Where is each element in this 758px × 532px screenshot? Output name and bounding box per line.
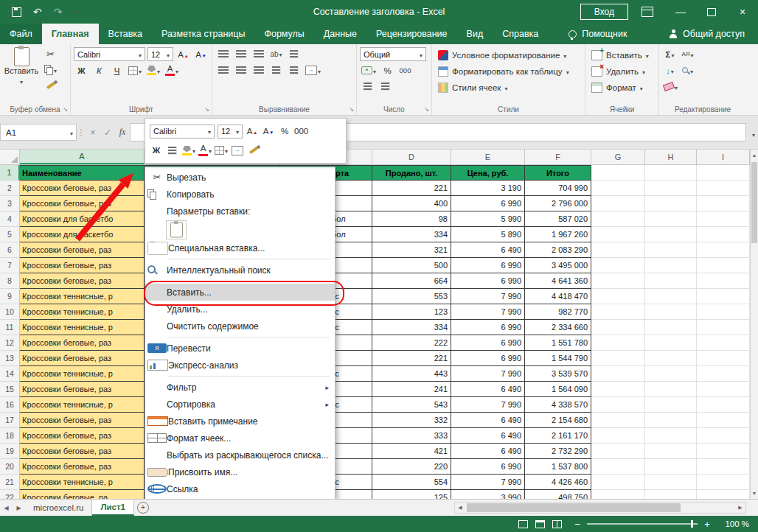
cell-I12[interactable] [697, 335, 750, 351]
cell-D10[interactable]: 123 [372, 304, 451, 320]
share-button[interactable]: Общий доступ [669, 24, 758, 44]
context-menu-item-insert[interactable]: Вставить... [145, 284, 335, 301]
column-header-F[interactable]: F [525, 150, 591, 164]
context-menu-item-sort[interactable]: Сортировка [145, 396, 335, 413]
assistant-button[interactable]: Помощник [568, 24, 627, 44]
context-menu-item-quick-analysis[interactable]: Экспресс-анализ [145, 357, 335, 374]
find-select-button[interactable] [680, 63, 695, 77]
align-bottom-button[interactable] [251, 47, 266, 61]
cell-D22[interactable]: 125 [372, 490, 451, 499]
cell-H12[interactable] [645, 335, 697, 351]
cell-H17[interactable] [645, 413, 697, 428]
clipboard-dialog-launcher-icon[interactable] [63, 106, 68, 113]
paste-button[interactable]: Вставить [3, 47, 40, 92]
row-header-13[interactable]: 13 [0, 351, 20, 366]
cell-A5[interactable]: Кроссовки для баскетбо [20, 227, 145, 242]
cell-A14[interactable]: Кроссовки теннисные, р [20, 366, 145, 382]
cell-H5[interactable] [645, 227, 697, 242]
font-color-button[interactable]: А [164, 63, 180, 77]
wrap-text-button[interactable] [286, 47, 302, 61]
cell-G22[interactable] [591, 490, 645, 499]
cell-D9[interactable]: 553 [372, 289, 451, 304]
cell-H3[interactable] [645, 196, 697, 211]
cell-H8[interactable] [645, 273, 697, 289]
cell-G1[interactable] [591, 165, 645, 181]
scroll-left-icon[interactable]: ◀ [455, 505, 465, 511]
cell-I8[interactable] [697, 273, 750, 289]
minimize-button[interactable]: — [665, 0, 696, 24]
row-header-22[interactable]: 22 [0, 490, 20, 499]
cell-F4[interactable]: 587 020 [525, 211, 591, 227]
mini-shrink-font-button[interactable]: А [262, 124, 275, 139]
cell-F15[interactable]: 1 564 090 [525, 382, 591, 397]
row-header-14[interactable]: 14 [0, 366, 20, 382]
cell-E4[interactable]: 5 990 [451, 211, 525, 227]
cell-E7[interactable]: 6 990 [451, 258, 525, 273]
cell-I3[interactable] [697, 196, 750, 211]
format-painter-button[interactable] [43, 78, 58, 92]
column-header-H[interactable]: H [645, 150, 697, 164]
cell-E3[interactable]: 6 990 [451, 196, 525, 211]
page-layout-view-icon[interactable] [535, 520, 545, 528]
cell-G3[interactable] [591, 196, 645, 211]
context-menu-item-format-cells[interactable]: Формат ячеек... [145, 430, 335, 447]
cell-A21[interactable]: Кроссовки теннисные, р [20, 475, 145, 490]
undo-icon[interactable]: ↶ [33, 7, 42, 17]
cell-A18[interactable]: Кроссовки беговые, раз [20, 428, 145, 444]
cell-E17[interactable]: 6 490 [451, 413, 525, 428]
mini-font-name-combo[interactable]: Calibri [150, 125, 215, 139]
row-header-11[interactable]: 11 [0, 320, 20, 335]
context-menu-item-delete[interactable]: Удалить... [145, 301, 335, 318]
cell-I11[interactable] [697, 320, 750, 335]
context-menu-item-pick-from-list[interactable]: Выбрать из раскрывающегося списка... [145, 447, 335, 463]
cell-I21[interactable] [697, 475, 750, 490]
enter-icon[interactable]: ✓ [100, 127, 115, 138]
cell-D19[interactable]: 421 [372, 444, 451, 459]
cell-E1[interactable]: Цена, руб. [451, 165, 525, 181]
percent-style-button[interactable]: % [380, 63, 395, 77]
accounting-format-button[interactable] [360, 63, 378, 77]
cell-styles-button[interactable]: Стили ячеек [435, 80, 582, 96]
vertical-scrollbar[interactable] [750, 150, 758, 499]
cell-A10[interactable]: Кроссовки теннисные, р [20, 304, 145, 320]
clear-button[interactable] [662, 80, 679, 94]
fill-color-button[interactable] [145, 63, 161, 77]
sheet-tab-list1[interactable]: Лист1 [92, 500, 134, 516]
cell-A11[interactable]: Кроссовки теннисные, р [20, 320, 145, 335]
cell-I22[interactable] [697, 490, 750, 499]
cell-E14[interactable]: 7 990 [451, 366, 525, 382]
scroll-up-icon[interactable] [751, 150, 758, 161]
maximize-button[interactable] [696, 0, 727, 24]
zoom-slider[interactable] [587, 523, 698, 525]
comma-style-button[interactable]: 000 [397, 63, 413, 77]
cell-D3[interactable]: 400 [372, 196, 451, 211]
sort-filter-button[interactable]: АЯ [680, 47, 695, 61]
tab-6[interactable]: Рецензирование [366, 24, 457, 44]
cell-G6[interactable] [591, 242, 645, 258]
row-header-7[interactable]: 7 [0, 258, 20, 273]
cell-F12[interactable]: 1 551 780 [525, 335, 591, 351]
cell-I18[interactable] [697, 428, 750, 444]
cell-I5[interactable] [697, 227, 750, 242]
copy-button[interactable] [43, 63, 58, 77]
number-dialog-launcher-icon[interactable] [424, 106, 429, 113]
cell-H4[interactable] [645, 211, 697, 227]
row-header-16[interactable]: 16 [0, 397, 20, 413]
align-left-button[interactable] [215, 63, 231, 77]
cell-F18[interactable]: 2 161 170 [525, 428, 591, 444]
autosum-button[interactable]: Σ [662, 47, 678, 61]
tab-8[interactable]: Справка [493, 24, 548, 44]
cell-H15[interactable] [645, 382, 697, 397]
cell-E20[interactable]: 6 990 [451, 459, 525, 475]
mini-format-painter-button[interactable] [247, 143, 260, 158]
close-button[interactable]: × [727, 0, 758, 24]
cell-H7[interactable] [645, 258, 697, 273]
cell-I20[interactable] [697, 459, 750, 475]
cell-G20[interactable] [591, 459, 645, 475]
increase-indent-button[interactable] [286, 63, 302, 77]
cell-D20[interactable]: 220 [372, 459, 451, 475]
cell-H11[interactable] [645, 320, 697, 335]
column-header-E[interactable]: E [451, 150, 525, 164]
align-center-button[interactable] [233, 63, 248, 77]
cell-G16[interactable] [591, 397, 645, 413]
